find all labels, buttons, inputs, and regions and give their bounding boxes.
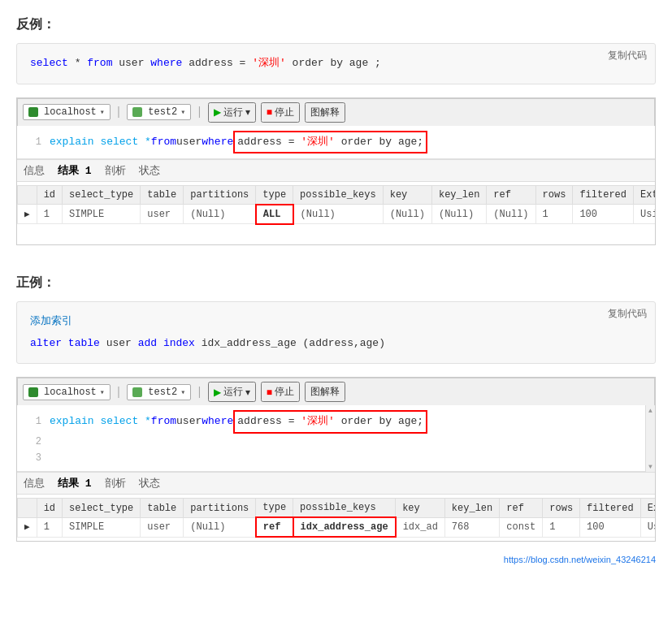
section1-code: select * from user where address = '深圳' … (17, 44, 655, 84)
host-label: localhost (44, 106, 97, 118)
section2-explain-btn[interactable]: 图解释 (305, 382, 345, 402)
section2-scrollbar[interactable]: ▲ ▼ (645, 405, 655, 472)
watermark: https://blog.csdn.net/weixin_43246214 (16, 555, 656, 564)
table-header-row1: id select_type table partitions type pos… (18, 185, 656, 205)
th-possible-keys1: possible_keys (293, 185, 384, 205)
section1-db-select[interactable]: test2 ▾ (127, 104, 191, 120)
db-arrow2: ▾ (180, 387, 185, 397)
db-label: test2 (148, 106, 177, 118)
tab-profile1[interactable]: 剖析 (105, 163, 126, 178)
db-table-icon2 (132, 387, 142, 397)
section2-host-select[interactable]: localhost ▾ (23, 384, 111, 400)
section2-toolbar: localhost ▾ | test2 ▾ | ▶ 运行 ▾ ■ 停止 图解释 (17, 378, 655, 405)
section1-db-code: 1 explain select * from user where addre… (17, 126, 655, 159)
th-table2: table (141, 499, 184, 518)
explain-label2: 图解释 (310, 385, 340, 399)
section2-table: id select_type table partitions type pos… (17, 498, 655, 538)
section1-stop-btn[interactable]: ■ 停止 (261, 102, 300, 123)
db-arrow: ▾ (180, 107, 185, 117)
run-arrow1: ▾ (245, 106, 250, 118)
th-key-len2: key_len (444, 499, 499, 518)
td-filtered2: 100 (580, 517, 641, 537)
section1-explain-btn[interactable]: 图解释 (305, 102, 345, 123)
tab-status2[interactable]: 状态 (139, 476, 160, 491)
td-id2: 1 (37, 517, 62, 537)
stop-icon2: ■ (267, 387, 272, 398)
td-id1: 1 (37, 205, 62, 224)
th-id1: id (37, 185, 62, 205)
section1-extra-space (17, 228, 655, 244)
table-row: ▶ 1 SIMPLE user (Null) ALL (Null) (Null)… (18, 205, 656, 224)
run-icon1: ▶ (214, 106, 221, 118)
section2-code-block: 复制代码 添加索引 alter table user add index idx… (16, 301, 656, 365)
run-arrow2: ▾ (245, 387, 250, 398)
section2-code-area: 1 explain select * from user where addre… (17, 405, 645, 472)
td-key-len1: (Null) (431, 205, 486, 224)
host-arrow2: ▾ (100, 387, 105, 397)
section1-code-area: 1 explain select * from user where addre… (17, 126, 655, 159)
db-green-icon2 (28, 387, 38, 397)
scroll-down-btn[interactable]: ▼ (648, 463, 652, 470)
tab-info1[interactable]: 信息 (24, 163, 45, 178)
td-select-type2: SIMPLE (63, 517, 141, 537)
section1-toolbar: localhost ▾ | test2 ▾ | ▶ 运行 ▾ ■ 停止 图解释 (17, 98, 655, 126)
section2-db-code: 1 explain select * from user where addre… (17, 405, 645, 472)
section2-run-btn[interactable]: ▶ 运行 ▾ (208, 382, 256, 402)
section2-copy-btn[interactable]: 复制代码 (608, 307, 647, 321)
section1-result: id select_type table partitions type pos… (17, 182, 655, 228)
th-extra1: Extra (634, 185, 656, 205)
section1-title: 反例： (16, 16, 656, 33)
section1-run-btn[interactable]: ▶ 运行 ▾ (208, 102, 256, 123)
tab-info2[interactable]: 信息 (24, 476, 45, 491)
scroll-up-btn[interactable]: ▲ (648, 407, 652, 414)
td-partitions2: (Null) (184, 517, 256, 537)
th-filtered2: filtered (580, 499, 641, 518)
code-user: user (119, 57, 144, 69)
th-key-len1: key_len (431, 185, 486, 205)
th-id2: id (37, 499, 62, 518)
td-possible-keys2: idx_address_age (293, 517, 396, 537)
th-possible-keys2: possible_keys (293, 499, 396, 518)
tab-profile2[interactable]: 剖析 (105, 476, 126, 491)
section2-code: 添加索引 alter table user add index idx_addr… (17, 302, 655, 364)
th-ref1: ref (487, 185, 535, 205)
th-key2: key (396, 499, 445, 518)
th-key1: key (383, 185, 431, 205)
th-select-type1: select_type (63, 185, 141, 205)
tab-result1[interactable]: 结果 1 (58, 163, 92, 178)
td-arrow2: ▶ (18, 517, 37, 537)
section1-host-select[interactable]: localhost ▾ (23, 104, 111, 120)
td-ref1: (Null) (487, 205, 535, 224)
run-icon2: ▶ (214, 387, 221, 398)
th-select-type2: select_type (63, 499, 141, 518)
section2-comment: 添加索引 (30, 313, 642, 331)
section2-db-select[interactable]: test2 ▾ (127, 384, 191, 400)
section1-highlight-code: address = '深圳' order by age; (233, 131, 427, 153)
kw-select: select (30, 57, 68, 69)
td-ref2: const (500, 517, 543, 537)
section2-code-line1: 1 explain select * from user where addre… (25, 410, 637, 433)
section2-db-panel: localhost ▾ | test2 ▾ | ▶ 运行 ▾ ■ 停止 图解释 (16, 377, 656, 542)
tab-result2[interactable]: 结果 1 (58, 476, 92, 491)
section1-copy-btn[interactable]: 复制代码 (608, 49, 647, 63)
section2-stop-btn[interactable]: ■ 停止 (261, 382, 300, 402)
stop-label1: 停止 (275, 106, 294, 119)
td-table1: user (141, 205, 184, 224)
th-type1: type (256, 185, 293, 205)
section2-code-line2: 2 (25, 434, 637, 450)
td-arrow1: ▶ (18, 205, 37, 224)
tab-status1[interactable]: 状态 (139, 163, 160, 178)
td-extra2: Using (640, 517, 655, 537)
th-arrow1 (18, 185, 37, 205)
th-type2: type (256, 499, 293, 518)
section1-code-line1: 1 explain select * from user where addre… (25, 131, 647, 153)
section2-code-area-wrapper: 1 explain select * from user where addre… (17, 405, 655, 472)
td-extra1: Using (634, 205, 656, 224)
section2-tabs: 信息 结果 1 剖析 状态 (17, 472, 655, 495)
th-table1: table (141, 185, 184, 205)
th-rows2: rows (543, 499, 580, 518)
stop-icon1: ■ (267, 106, 272, 118)
td-filtered1: 100 (573, 205, 634, 224)
section1-code-area-wrapper: 1 explain select * from user where addre… (17, 126, 655, 159)
table-header-row2: id select_type table partitions type pos… (18, 499, 656, 518)
